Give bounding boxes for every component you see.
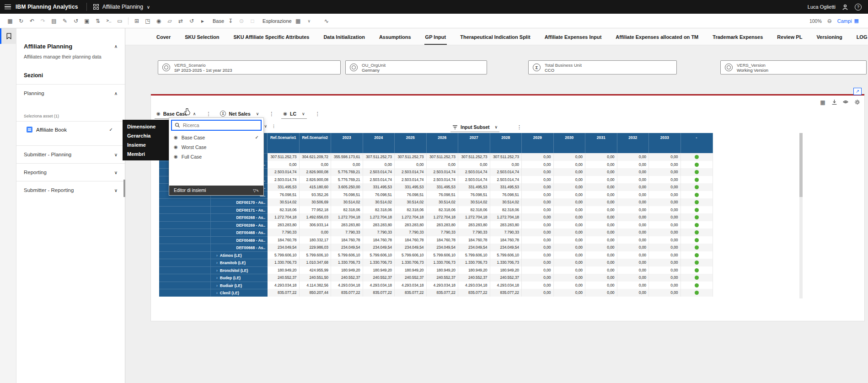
data-cell[interactable]: 240.552,37 bbox=[268, 274, 300, 282]
column-header[interactable]: Ref.Scenario2 bbox=[300, 133, 332, 153]
data-cell[interactable]: 0,00 bbox=[585, 206, 617, 214]
data-cell[interactable]: 0,00 bbox=[554, 251, 586, 259]
data-cell[interactable]: 1.272.704,18 bbox=[395, 213, 427, 221]
data-cell[interactable]: 0,00 bbox=[522, 153, 554, 161]
data-cell[interactable]: 0,00 bbox=[649, 282, 681, 289]
data-cell[interactable]: 184.760,78 bbox=[363, 236, 395, 244]
row-header[interactable]: DEF00171 - As.. bbox=[159, 206, 268, 214]
data-cell[interactable]: 304.621.209,72 bbox=[300, 153, 332, 161]
data-cell[interactable]: 0,00 bbox=[585, 168, 617, 176]
data-cell[interactable]: 0,00 bbox=[585, 274, 617, 282]
data-cell[interactable]: 7.790,33 bbox=[427, 229, 459, 236]
console-icon[interactable]: >_ bbox=[103, 19, 114, 23]
data-cell[interactable]: 0,00 bbox=[617, 183, 649, 191]
data-cell[interactable]: 331.495,53 bbox=[395, 183, 427, 191]
row-header[interactable]: ›Budiair (LE) bbox=[159, 282, 268, 289]
data-cell[interactable]: 76.098,51 bbox=[490, 191, 522, 199]
data-cell[interactable]: 0,00 bbox=[554, 183, 586, 191]
data-cell[interactable]: 0,00 bbox=[617, 289, 649, 297]
data-cell[interactable]: 2.826.900,08 bbox=[300, 176, 332, 184]
data-cell[interactable]: 1.330.706,73 bbox=[363, 259, 395, 266]
data-cell[interactable]: 180.949,20 bbox=[268, 266, 300, 274]
base-dropdown-label[interactable]: Base bbox=[213, 18, 224, 24]
data-cell[interactable]: 0,00 bbox=[363, 161, 395, 169]
column-header[interactable]: 2027 bbox=[458, 133, 490, 153]
data-cell[interactable]: 0,00 bbox=[617, 161, 649, 169]
data-cell[interactable]: 5.799.606,10 bbox=[395, 251, 427, 259]
esplorazione-label[interactable]: Esplorazione bbox=[263, 18, 292, 24]
data-cell[interactable]: 835.077,22 bbox=[490, 289, 522, 297]
data-cell[interactable]: 0,00 bbox=[554, 198, 586, 206]
data-cell[interactable]: 0,00 bbox=[649, 198, 681, 206]
data-cell[interactable]: 0,00 bbox=[617, 198, 649, 206]
tab-versioning[interactable]: Versioning bbox=[815, 30, 843, 45]
data-cell[interactable]: 76.098,51 bbox=[427, 191, 459, 199]
data-cell[interactable]: 0,00 bbox=[522, 274, 554, 282]
context-card-4[interactable]: VERS_VersionWorking Version bbox=[720, 60, 867, 74]
circle-icon[interactable]: ⊙ bbox=[236, 18, 247, 24]
data-cell[interactable]: 306.933,14 bbox=[300, 221, 332, 229]
data-cell[interactable]: 82.318,06 bbox=[363, 206, 395, 214]
column-header[interactable]: 2024 bbox=[363, 133, 395, 153]
data-cell[interactable]: 1.272.704,18 bbox=[458, 213, 490, 221]
dropdown-option-base-case[interactable]: ◉Base Case✓ bbox=[169, 133, 263, 142]
sidebar-group-reporting[interactable]: Reporting ∨ bbox=[24, 164, 118, 181]
data-cell[interactable]: 0,00 bbox=[649, 191, 681, 199]
data-cell[interactable]: 0,00 bbox=[554, 191, 586, 199]
data-cell[interactable]: 0,00 bbox=[554, 153, 586, 161]
dropdown-option-full-case[interactable]: ◉Full Case bbox=[169, 152, 263, 161]
column-header[interactable]: 2023 bbox=[331, 133, 363, 153]
data-cell[interactable]: 7.790,33 bbox=[331, 229, 363, 236]
data-cell[interactable]: 234.049,54 bbox=[395, 244, 427, 251]
swap-icon[interactable]: ⇄ bbox=[175, 18, 186, 24]
data-cell[interactable]: 180.949,20 bbox=[458, 266, 490, 274]
data-cell[interactable]: 1.272.704,18 bbox=[331, 213, 363, 221]
data-cell[interactable]: 0,00 bbox=[649, 221, 681, 229]
sidebar-scrollbar[interactable] bbox=[123, 180, 125, 197]
column-header[interactable]: 2028 bbox=[490, 133, 522, 153]
column-header[interactable]: 2025 bbox=[395, 133, 427, 153]
data-cell[interactable]: 0,00 bbox=[522, 206, 554, 214]
save-icon[interactable]: ▤ bbox=[48, 18, 59, 24]
data-cell[interactable]: 184.760,78 bbox=[395, 236, 427, 244]
tab-trademark-expenses[interactable]: Trademark Expenses bbox=[712, 30, 764, 45]
data-cell[interactable]: 2.826.900,08 bbox=[300, 168, 332, 176]
data-cell[interactable]: 82.318,06 bbox=[427, 206, 459, 214]
data-cell[interactable]: 331.495,53 bbox=[363, 183, 395, 191]
tab-affiliate-expenses-allocated-on-tm[interactable]: Affiliate Expenses allocated on TM bbox=[615, 30, 699, 45]
data-cell[interactable]: 7.790,33 bbox=[490, 229, 522, 236]
data-cell[interactable]: 0,00 bbox=[554, 244, 586, 251]
data-cell[interactable]: 5.799.606,10 bbox=[268, 251, 300, 259]
eye-icon[interactable] bbox=[842, 99, 849, 106]
data-cell[interactable]: 283.283,80 bbox=[458, 221, 490, 229]
data-cell[interactable]: 234.049,54 bbox=[331, 244, 363, 251]
data-cell[interactable]: 4.114.382,56 bbox=[300, 282, 332, 289]
data-cell[interactable]: 0,00 bbox=[300, 161, 332, 169]
data-cell[interactable]: 0,00 bbox=[585, 221, 617, 229]
gear-icon[interactable] bbox=[853, 99, 861, 106]
dimension-chip-lc[interactable]: ◉LC∨ bbox=[281, 110, 306, 119]
overview-grid-icon[interactable]: ▦ bbox=[819, 99, 826, 106]
workspace-name[interactable]: Affiliate Planning bbox=[102, 4, 143, 10]
search-input[interactable] bbox=[183, 122, 258, 128]
data-cell[interactable]: 0,00 bbox=[522, 282, 554, 289]
data-cell[interactable]: 0,00 bbox=[649, 274, 681, 282]
data-cell[interactable]: 76.098,51 bbox=[268, 191, 300, 199]
data-cell[interactable]: 0,00 bbox=[617, 251, 649, 259]
row-header[interactable]: ›Budep (LE) bbox=[159, 274, 268, 282]
collapse-chevron-icon[interactable]: ∧ bbox=[114, 44, 118, 49]
overflow-menu-icon[interactable]: ⋮ bbox=[269, 111, 274, 117]
data-cell[interactable]: 0,00 bbox=[585, 153, 617, 161]
data-cell[interactable]: 1.330.706,73 bbox=[458, 259, 490, 266]
data-cell[interactable]: 0,00 bbox=[617, 282, 649, 289]
data-cell[interactable]: 180.949,20 bbox=[490, 266, 522, 274]
tab-data-initialization[interactable]: Data Initialization bbox=[322, 30, 365, 45]
data-cell[interactable]: 0,00 bbox=[554, 213, 586, 221]
row-header[interactable]: ›Atimos (LE) bbox=[159, 251, 268, 259]
data-cell[interactable]: 5.799.606,10 bbox=[363, 251, 395, 259]
data-cell[interactable]: 0,00 bbox=[585, 282, 617, 289]
data-cell[interactable]: 184.760,78 bbox=[268, 236, 300, 244]
campi-button[interactable]: Campi ▦ bbox=[837, 18, 859, 24]
data-cell[interactable]: 4.293.034,18 bbox=[458, 282, 490, 289]
data-cell[interactable]: 240.552,37 bbox=[427, 274, 459, 282]
